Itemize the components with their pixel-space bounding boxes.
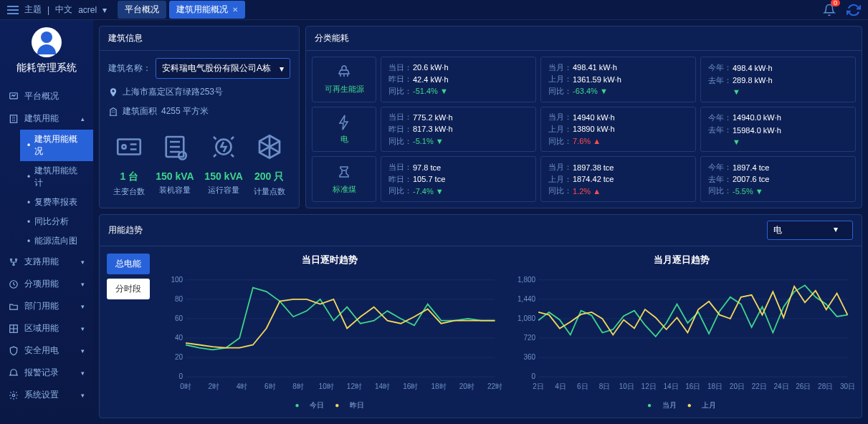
nav-clock[interactable]: 分项用能▾ (0, 273, 93, 295)
svg-text:2日: 2日 (533, 382, 544, 390)
user-label[interactable]: acrel (78, 5, 97, 15)
chevron-icon: ▾ (81, 370, 85, 377)
svg-text:14日: 14日 (663, 382, 678, 390)
svg-point-2 (10, 259, 11, 260)
energy-type-0[interactable]: 可再生能源 (312, 57, 376, 102)
svg-text:360: 360 (523, 353, 535, 361)
energy-card: 当月：14940 kW·h 上月：13890 kW·h 同比：7.6% (540, 107, 696, 153)
ec-types: 可再生能源电标准煤 (312, 57, 376, 202)
tab-0[interactable]: 平台概况 (118, 1, 166, 19)
lang-label[interactable]: 中文 (55, 4, 72, 16)
energy-type-1[interactable]: 电 (312, 107, 376, 153)
svg-text:0: 0 (531, 372, 535, 380)
nav-sub-item[interactable]: 建筑用能统计 (20, 161, 93, 193)
svg-point-4 (13, 264, 14, 265)
btn-total-energy[interactable]: 总电能 (107, 254, 150, 274)
nav-area[interactable]: 区域用能▾ (0, 317, 93, 339)
nav-shield[interactable]: 安全用电▾ (0, 339, 93, 362)
area-icon (9, 324, 19, 334)
svg-point-7 (12, 394, 15, 397)
svg-text:60: 60 (175, 314, 183, 322)
svg-text:12时: 12时 (347, 382, 362, 390)
svg-text:1,080: 1,080 (518, 314, 535, 322)
tab-close-icon[interactable]: ✕ (232, 6, 238, 14)
svg-text:80: 80 (175, 295, 183, 303)
trend-title: 用能趋势 (108, 224, 143, 236)
chevron-icon: ▾ (81, 325, 85, 332)
chevron-icon: ▾ (81, 303, 85, 310)
nav-sub-item[interactable]: 同比分析 (20, 212, 93, 231)
user-dropdown-icon[interactable]: ▾ (102, 5, 107, 15)
nav-gear[interactable]: 系统设置▾ (0, 384, 93, 406)
energy-card: 当日：97.8 tce 昨日：105.7 tce 同比：-7.4% (381, 156, 536, 202)
alarm-icon (9, 368, 19, 378)
ec-cards: 当日：20.6 kW·h 昨日：42.4 kW·h 同比：-51.4% 当月：4… (381, 57, 856, 202)
svg-text:16日: 16日 (685, 382, 700, 390)
svg-text:6日: 6日 (576, 382, 588, 390)
energy-type-icon (335, 164, 353, 181)
hamburger-icon[interactable] (7, 6, 19, 14)
svg-text:1,440: 1,440 (518, 295, 535, 303)
topbar-left: 主题 | 中文 acrel ▾ (7, 4, 107, 16)
tabs: 平台概况建筑用能概况✕ (118, 1, 245, 19)
avatar-icon (32, 27, 62, 57)
chevron-icon: ▾ (81, 259, 85, 266)
svg-text:1,800: 1,800 (518, 276, 535, 284)
svg-text:8日: 8日 (598, 382, 610, 390)
nav-sub-item[interactable]: 复费率报表 (20, 193, 93, 212)
gear-icon (9, 390, 19, 400)
svg-text:0时: 0时 (180, 382, 191, 390)
nav-branch[interactable]: 支路用能▾ (0, 251, 93, 273)
energy-card: 今年：498.4 kW·h 去年：289.8 kW·h ▼ (700, 57, 856, 102)
nav-sub-item[interactable]: 能源流向图 (20, 231, 93, 251)
nav-dashboard[interactable]: 平台概况 (0, 85, 93, 107)
sidebar: 能耗管理系统 平台概况建筑用能▴建筑用能概况建筑用能统计复费率报表同比分析能源流… (0, 20, 93, 424)
notification-button[interactable]: 0 (823, 4, 836, 16)
stat-1: 150 kVA装机容量 (156, 132, 194, 197)
svg-text:18时: 18时 (431, 382, 446, 390)
svg-text:10时: 10时 (319, 382, 334, 390)
tab-1[interactable]: 建筑用能概况✕ (169, 1, 245, 19)
area-icon (108, 107, 118, 117)
energy-card: 当月：1897.38 tce 上月：1874.42 tce 同比：1.2% (540, 156, 696, 202)
nav-alarm[interactable]: 报警记录▾ (0, 362, 93, 384)
svg-text:100: 100 (171, 276, 183, 284)
chart-hourly: 当日逐时趋势 0204060801000时2时4时6时8时10时12时14时16… (157, 254, 502, 410)
refresh-icon[interactable] (846, 3, 861, 17)
stat-icon (160, 132, 190, 162)
trend-select-value: 电 (773, 224, 782, 236)
chevron-icon: ▴ (81, 115, 85, 122)
trend-energy-select[interactable]: 电 ▾ (767, 221, 853, 240)
stat-0: 1 台主变台数 (113, 132, 145, 197)
svg-text:20: 20 (175, 353, 183, 361)
svg-text:22日: 22日 (751, 382, 766, 390)
svg-text:18日: 18日 (707, 382, 722, 390)
svg-text:0: 0 (179, 372, 183, 380)
svg-text:20日: 20日 (729, 382, 744, 390)
btn-time-period[interactable]: 分时段 (107, 279, 150, 299)
nav: 平台概况建筑用能▴建筑用能概况建筑用能统计复费率报表同比分析能源流向图支路用能▾… (0, 85, 93, 406)
stat-icon (209, 132, 239, 162)
topbar: 主题 | 中文 acrel ▾ 平台概况建筑用能概况✕ 0 (0, 0, 868, 20)
bi-area-label: 建筑面积 (123, 105, 157, 117)
notification-badge: 0 (831, 0, 840, 6)
theme-label[interactable]: 主题 (24, 4, 42, 16)
stat-icon (114, 132, 144, 162)
energy-type-2[interactable]: 标准煤 (312, 156, 376, 202)
energy-card: 当月：498.41 kW·h 上月：1361.59 kW·h 同比：-63.4% (540, 57, 696, 102)
stat-icon (254, 132, 285, 162)
svg-text:12日: 12日 (641, 382, 656, 390)
svg-point-11 (178, 152, 186, 160)
svg-text:10日: 10日 (619, 382, 634, 390)
svg-text:720: 720 (523, 334, 535, 342)
bi-name-label: 建筑名称： (108, 62, 151, 74)
svg-text:14时: 14时 (375, 382, 390, 390)
nav-building[interactable]: 建筑用能▴ (0, 107, 93, 130)
chevron-down-icon: ▾ (280, 64, 284, 74)
nav-sub-item[interactable]: 建筑用能概况 (20, 130, 93, 161)
building-select[interactable]: 安科瑞电气股份有限公司A栋 ▾ (156, 58, 290, 79)
nav-folder[interactable]: 部门用能▾ (0, 295, 93, 317)
chart-hourly-title: 当日逐时趋势 (157, 254, 502, 266)
trend-panel: 用能趋势 电 ▾ 总电能 分时段 当日逐时趋势 0204060801000时2时… (99, 214, 862, 418)
building-icon (9, 114, 19, 124)
